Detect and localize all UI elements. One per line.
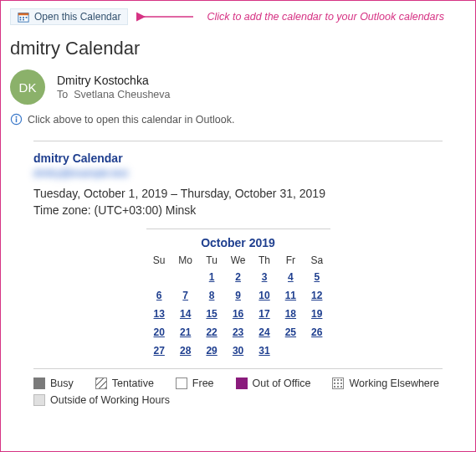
calendar-day-link[interactable]: 16 bbox=[233, 308, 243, 320]
recipient-line: To Svetlana Cheusheva bbox=[57, 89, 171, 100]
calendar-day-link[interactable]: 20 bbox=[154, 326, 165, 338]
calendar-day-link[interactable]: 15 bbox=[206, 308, 217, 320]
avatar-initials: DK bbox=[19, 80, 37, 95]
calendar-day-cell: 11 bbox=[278, 286, 304, 305]
weekday-header: Sa bbox=[304, 253, 330, 268]
sender-row: DK Dmitry Kostochka To Svetlana Cheushev… bbox=[10, 69, 466, 105]
annotation-hint: Click to add the calendar to your Outloo… bbox=[207, 11, 444, 23]
calendar-day-link[interactable]: 3 bbox=[262, 271, 268, 283]
month-title: October 2019 bbox=[146, 236, 330, 249]
calendar-day-link[interactable]: 24 bbox=[258, 326, 269, 338]
calendar-day-link[interactable]: 27 bbox=[154, 345, 165, 357]
calendar-day-cell: 19 bbox=[304, 305, 330, 323]
calendar-day-cell: 23 bbox=[225, 323, 252, 342]
calendar-day-link[interactable]: 22 bbox=[206, 326, 217, 338]
calendar-day-cell: 14 bbox=[172, 305, 199, 323]
annotation-arrow-icon bbox=[136, 10, 195, 23]
calendar-day-cell: 2 bbox=[225, 268, 252, 286]
calendar-day-cell: 15 bbox=[198, 305, 224, 323]
date-range: Tuesday, October 1, 2019 – Thursday, Oct… bbox=[33, 187, 443, 200]
calendar-day-cell: 4 bbox=[278, 268, 304, 286]
calendar-day-link[interactable]: 9 bbox=[235, 290, 241, 301]
calendar-day-link[interactable]: 19 bbox=[311, 308, 322, 320]
calendar-day-cell: 6 bbox=[146, 286, 172, 305]
open-calendar-button[interactable]: Open this Calendar bbox=[10, 8, 128, 25]
calendar-day-link[interactable]: 29 bbox=[206, 345, 217, 357]
legend-outside-hours: Outside of Working Hours bbox=[33, 394, 170, 406]
legend-outside-hours-label: Outside of Working Hours bbox=[50, 394, 170, 406]
calendar-day-cell: 9 bbox=[225, 286, 252, 305]
legend-busy: Busy bbox=[33, 378, 74, 389]
calendar-day-cell: 18 bbox=[278, 305, 304, 323]
info-bar-text: Click above to open this calendar in Out… bbox=[28, 114, 234, 126]
weekday-header: Su bbox=[146, 253, 172, 268]
calendar-day-cell bbox=[172, 268, 199, 286]
calendar-day-link[interactable]: 28 bbox=[180, 345, 191, 357]
toolbar: Open this Calendar Click to add the cale… bbox=[10, 8, 466, 26]
calendar-day-cell: 16 bbox=[225, 305, 252, 323]
sender-name: Dmitry Kostochka bbox=[57, 74, 171, 87]
calendar-day-link[interactable]: 1 bbox=[209, 271, 215, 283]
calendar-day-cell: 27 bbox=[146, 342, 172, 360]
svg-rect-4 bbox=[23, 17, 24, 18]
calendar-week-row: 20212223242526 bbox=[146, 323, 330, 342]
calendar-day-link[interactable]: 17 bbox=[258, 308, 269, 320]
calendar-week-row: 6789101112 bbox=[146, 286, 330, 305]
calendar-day-cell: 13 bbox=[146, 305, 172, 323]
calendar-day-link[interactable]: 11 bbox=[285, 290, 296, 301]
calendar-day-link[interactable]: 18 bbox=[285, 308, 296, 320]
to-label: To bbox=[57, 89, 68, 100]
weekday-header: Th bbox=[251, 253, 277, 268]
timezone: Time zone: (UTC+03:00) Minsk bbox=[33, 203, 443, 217]
calendar-day-link[interactable]: 13 bbox=[154, 308, 165, 320]
calendar-day-cell: 25 bbox=[278, 323, 304, 342]
calendar-day-link[interactable]: 12 bbox=[311, 290, 322, 301]
calendar-day-link[interactable]: 4 bbox=[288, 271, 294, 283]
legend-busy-label: Busy bbox=[50, 378, 74, 389]
calendar-day-link[interactable]: 21 bbox=[180, 326, 191, 338]
calendar-day-cell: 7 bbox=[172, 286, 199, 305]
calendar-day-link[interactable]: 14 bbox=[180, 308, 191, 320]
legend-free-label: Free bbox=[192, 378, 214, 389]
calendar-day-cell bbox=[146, 268, 172, 286]
busy-swatch-icon bbox=[33, 378, 45, 389]
calendar-day-cell bbox=[304, 342, 330, 360]
calendar-day-link[interactable]: 7 bbox=[182, 290, 188, 301]
annotation-arrow-wrap: Click to add the calendar to your Outloo… bbox=[136, 10, 466, 23]
calendar-day-link[interactable]: 10 bbox=[258, 290, 269, 301]
legend-working-elsewhere-label: Working Elsewhere bbox=[349, 378, 438, 389]
legend-out-of-office-label: Out of Office bbox=[253, 378, 311, 389]
calendar-day-cell: 26 bbox=[304, 323, 330, 342]
calendar-week-row: 12345 bbox=[146, 268, 330, 286]
calendar-day-link[interactable]: 25 bbox=[285, 326, 296, 338]
outside-hours-swatch-icon bbox=[33, 394, 45, 406]
calendar-week-row: 2728293031 bbox=[146, 342, 330, 360]
info-icon bbox=[10, 113, 23, 126]
calendar-day-link[interactable]: 23 bbox=[233, 326, 243, 338]
calendar-day-link[interactable]: 8 bbox=[209, 290, 215, 301]
calendar-day-link[interactable]: 30 bbox=[233, 345, 243, 357]
legend-tentative-label: Tentative bbox=[112, 378, 154, 389]
calendar-day-link[interactable]: 26 bbox=[311, 326, 322, 338]
month-grid: SuMoTuWeThFrSa 1234567891011121314151617… bbox=[146, 253, 330, 360]
calendar-day-link[interactable]: 31 bbox=[258, 345, 269, 357]
calendar-day-cell: 31 bbox=[251, 342, 277, 360]
svg-rect-11 bbox=[16, 118, 18, 122]
calendar-day-link[interactable]: 5 bbox=[314, 271, 320, 283]
page-title: dmitry Calendar bbox=[10, 38, 466, 59]
legend-out-of-office: Out of Office bbox=[236, 378, 311, 389]
weekday-header-row: SuMoTuWeThFrSa bbox=[146, 253, 330, 268]
svg-rect-3 bbox=[20, 17, 22, 18]
tentative-swatch-icon bbox=[95, 378, 107, 389]
calendar-day-cell: 12 bbox=[304, 286, 330, 305]
svg-rect-7 bbox=[23, 19, 24, 21]
calendar-day-cell: 28 bbox=[172, 342, 199, 360]
calendar-day-link[interactable]: 2 bbox=[235, 271, 241, 283]
avatar: DK bbox=[10, 69, 45, 105]
calendar-day-cell: 1 bbox=[198, 268, 224, 286]
calendar-day-cell bbox=[278, 342, 304, 360]
calendar-icon bbox=[18, 11, 29, 23]
calendar-day-cell: 21 bbox=[172, 323, 199, 342]
calendar-day-cell: 20 bbox=[146, 323, 172, 342]
calendar-day-link[interactable]: 6 bbox=[156, 290, 162, 301]
